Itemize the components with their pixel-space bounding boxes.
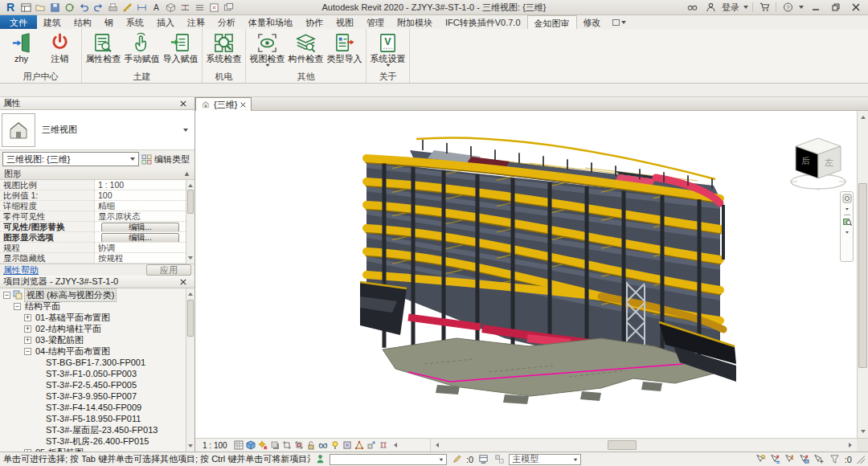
properties-window-icon[interactable]	[18, 1, 33, 14]
ribbon-button[interactable]: zhy	[2, 31, 40, 63]
ribbon-tab[interactable]: 修改	[577, 15, 608, 29]
tree-item[interactable]: − 视图 (标高与视图分类)	[0, 289, 186, 300]
tree-item[interactable]: ST-3#-F3-9.950-FP007	[0, 390, 186, 402]
default-3d-view-icon[interactable]	[163, 1, 178, 14]
tree-item[interactable]: − 结构平面	[0, 300, 186, 312]
dropdown-chevron-icon[interactable]	[265, 63, 270, 69]
edit-type-button[interactable]: 编辑类型	[139, 153, 192, 166]
restore-button[interactable]	[828, 1, 844, 14]
sync-with-central-icon[interactable]	[62, 1, 76, 14]
visual-style-icon[interactable]	[245, 439, 257, 451]
ribbon-tab[interactable]: IFC转换插件V0.7.0	[439, 15, 527, 29]
close-icon[interactable]	[180, 279, 191, 285]
editing-requests-icon[interactable]	[450, 453, 463, 465]
aligned-dimension-icon[interactable]	[134, 1, 149, 14]
model-viewport[interactable]: 后 左	[195, 111, 857, 438]
highlight-displacement-icon[interactable]	[366, 439, 378, 451]
file-tab[interactable]: 文件	[0, 15, 37, 29]
search-icon[interactable]	[685, 1, 699, 14]
close-icon[interactable]	[180, 100, 191, 107]
select-pinned-icon[interactable]	[784, 453, 796, 465]
ribbon-display-toggle[interactable]	[608, 15, 631, 29]
tree-item[interactable]: ST-3#-机房-26.400-FP015	[0, 435, 186, 447]
help-chevron-icon[interactable]	[799, 6, 804, 11]
crop-view-icon[interactable]	[281, 439, 293, 451]
tree-toggle[interactable]: +	[24, 337, 31, 344]
canvas-vscrollbar[interactable]	[857, 111, 868, 438]
reveal-constraints-icon[interactable]	[378, 439, 390, 451]
properties-help-link[interactable]: 属性帮助	[3, 264, 39, 276]
scale-button[interactable]: 1 : 100	[199, 441, 231, 450]
unlocked-view-icon[interactable]	[305, 439, 317, 451]
save-icon[interactable]	[47, 1, 62, 14]
tree-toggle[interactable]: +	[24, 314, 31, 321]
login-chevron-icon[interactable]	[743, 6, 748, 11]
ribbon-tab[interactable]: 钢	[98, 15, 120, 29]
undo-icon[interactable]	[76, 1, 91, 14]
type-preview[interactable]	[2, 113, 35, 147]
ribbon-button[interactable]: V 系统设置	[369, 31, 407, 69]
detail-level-icon[interactable]	[233, 439, 245, 451]
open-file-icon[interactable]	[33, 1, 47, 14]
canvas-hscrollbar[interactable]	[430, 439, 857, 452]
collapse-arrow-icon[interactable]	[391, 443, 397, 448]
view-tab[interactable]: {三维}	[195, 97, 252, 111]
design-options-icon[interactable]	[493, 453, 506, 465]
reveal-hidden-icon[interactable]	[330, 439, 342, 451]
tree-item[interactable]: + 03-梁配筋图	[0, 334, 186, 345]
ribbon-button[interactable]: 系统检查	[205, 31, 243, 63]
tree-toggle[interactable]: −	[24, 348, 31, 355]
temporary-view-properties-icon[interactable]	[342, 439, 354, 451]
ribbon-tab[interactable]: 金知图审	[527, 15, 577, 29]
dropdown-chevron-icon[interactable]	[386, 63, 391, 69]
filter-icon[interactable]	[829, 453, 841, 465]
ribbon-tab[interactable]: 分析	[211, 15, 242, 29]
tree-item[interactable]: ST-3#-F4-14.450-FP009	[0, 402, 186, 413]
ribbon-button[interactable]: 类型导入	[326, 31, 363, 63]
ribbon-tab[interactable]: 协作	[299, 15, 330, 29]
close-button[interactable]	[848, 1, 864, 14]
properties-scrollbar[interactable]	[186, 180, 194, 264]
tree-item[interactable]: ST-BG-BF1-7.300-FP001	[0, 357, 186, 368]
redo-icon[interactable]	[91, 1, 105, 14]
steering-wheel-icon[interactable]	[842, 194, 852, 203]
ribbon-tab[interactable]: 视图	[330, 15, 360, 29]
drag-on-selection-icon[interactable]	[813, 453, 825, 465]
apply-button[interactable]: 应用	[146, 264, 191, 276]
login-link[interactable]: 登录	[722, 2, 739, 14]
ribbon-button[interactable]: 导入赋值	[162, 31, 199, 63]
type-selector-chevron-icon[interactable]	[183, 129, 188, 134]
resize-grip[interactable]	[857, 456, 865, 464]
help-icon[interactable]: ?	[780, 1, 795, 14]
text-icon[interactable]: A	[149, 1, 163, 14]
measure-icon[interactable]	[120, 1, 134, 14]
ribbon-button[interactable]: 构件检查	[287, 31, 325, 63]
tree-toggle[interactable]: −	[3, 292, 10, 299]
section-icon[interactable]	[178, 1, 192, 14]
tree-item[interactable]: ST-3#-F1-0.050-FP003	[0, 368, 186, 379]
section-graphics[interactable]: 图形 ▲	[0, 168, 194, 180]
show-analytical-icon[interactable]	[354, 439, 366, 451]
viewcube[interactable]: 后 左	[786, 133, 850, 194]
show-crop-icon[interactable]	[293, 439, 305, 451]
ribbon-tab[interactable]: 注释	[181, 15, 211, 29]
worksets-icon[interactable]	[477, 453, 489, 465]
collapse-icon[interactable]: ▲	[183, 170, 190, 178]
ribbon-tab[interactable]: 建筑	[37, 15, 68, 29]
browser-scrollbar[interactable]	[186, 288, 194, 452]
ribbon-tab[interactable]: 插入	[150, 15, 181, 29]
select-by-face-icon[interactable]	[798, 453, 811, 465]
close-icon[interactable]	[240, 102, 246, 108]
select-links-icon[interactable]	[755, 453, 768, 465]
ribbon-button[interactable]: 视图检查	[248, 31, 286, 69]
tree-toggle[interactable]: +	[24, 325, 31, 333]
minimize-button[interactable]	[808, 1, 824, 14]
building-3d-model[interactable]	[360, 131, 738, 412]
app-store-cart-icon[interactable]	[757, 1, 772, 14]
navigation-bar[interactable]	[840, 191, 854, 262]
print-icon[interactable]	[105, 1, 120, 14]
ribbon-tab[interactable]: 结构	[68, 15, 98, 29]
tree-item[interactable]: ST-3#-F2-5.450-FP005	[0, 379, 186, 390]
editable-only-combobox[interactable]	[330, 454, 447, 465]
tree-item[interactable]: ST-3#-屋面层-23.450-FP013	[0, 424, 186, 435]
